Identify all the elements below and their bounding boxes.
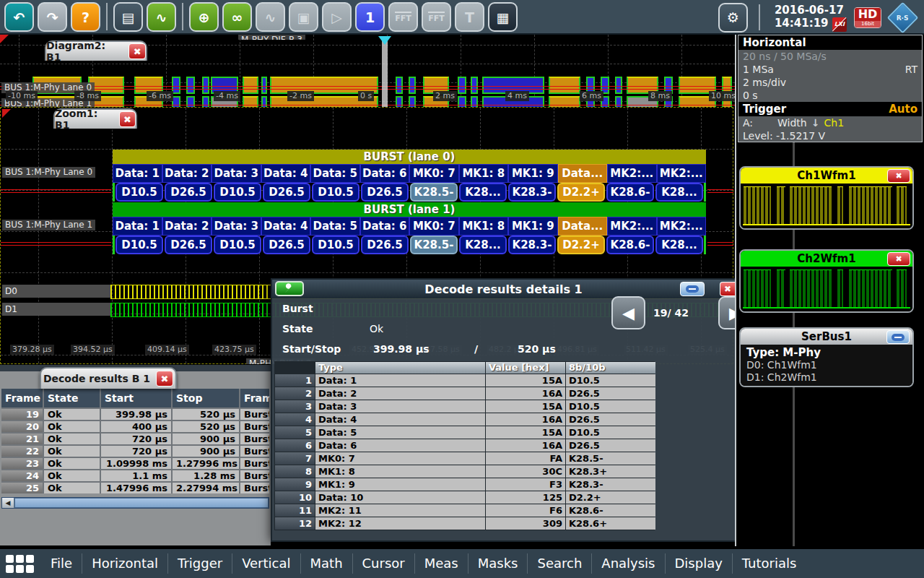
menu-item-analysis[interactable]: Analysis — [591, 553, 664, 574]
burst-cell-value[interactable]: D10.5 — [312, 236, 359, 254]
hd-mode-badge[interactable]: HD 16bit — [854, 7, 881, 28]
burst-cell-value[interactable]: K28... — [459, 183, 507, 202]
serbus1-minimize-button[interactable] — [886, 330, 910, 344]
scroll-left-icon[interactable]: ◀ — [2, 498, 14, 508]
details-row-code[interactable]: D10.5 — [566, 400, 655, 413]
details-row-index[interactable]: 5 — [275, 426, 315, 439]
burst-cell-value[interactable]: D2.2+ — [557, 183, 605, 202]
burst-cell-value[interactable]: K28... — [655, 236, 703, 254]
burst-cell-label[interactable]: MK2:... — [657, 164, 707, 183]
details-dialog-header[interactable]: Decode results details 1 ✖ — [272, 280, 735, 298]
tab-diagram2[interactable]: Diagram2: B1 ✖ — [45, 40, 147, 61]
zoom1-close-icon[interactable]: ✖ — [119, 111, 136, 127]
probe-adjust-button[interactable]: ∿ — [147, 2, 176, 32]
burst-cell-label[interactable]: Data: 2 — [162, 164, 212, 183]
burst-cell-label[interactable]: Data: 4 — [261, 164, 311, 183]
burst-cell-value[interactable]: K28.6- — [606, 183, 654, 202]
details-row-hex[interactable]: FA — [486, 452, 565, 465]
results-row-state[interactable]: Ok — [44, 483, 100, 493]
details-row-code[interactable]: D10.5 — [566, 426, 655, 439]
results-row-start[interactable]: 399.98 µs — [101, 409, 171, 420]
burst-cell-value[interactable]: D26.5 — [263, 183, 310, 202]
menu-item-search[interactable]: Search — [527, 553, 591, 574]
fft-tool-button[interactable]: FFT — [388, 2, 418, 32]
details-row-code[interactable]: D2.2+ — [566, 491, 655, 504]
details-row-code[interactable]: D26.5 — [566, 439, 655, 452]
burst-cell-value[interactable]: D26.5 — [165, 183, 212, 202]
results-row-type[interactable]: Burst — [240, 421, 269, 432]
details-row-code[interactable]: D26.5 — [566, 387, 655, 400]
details-row-index[interactable]: 3 — [275, 400, 315, 413]
details-row-index[interactable]: 10 — [275, 491, 315, 504]
burst-cell-label[interactable]: Data: 1 — [113, 164, 162, 183]
results-row-stop[interactable]: 900 µs — [173, 434, 239, 444]
details-row-index[interactable]: 6 — [275, 439, 315, 452]
results-row-stop[interactable]: 1.27996 ms — [173, 458, 239, 469]
details-row-hex[interactable]: 15A — [486, 400, 565, 413]
burst-cell-label[interactable]: Data... — [558, 217, 608, 236]
ch2wfm1-box[interactable]: Ch2Wfm1 ✖ — [739, 249, 914, 313]
burst-cell-label[interactable]: Data: 3 — [212, 164, 261, 183]
results-row-frame[interactable]: 19 — [1, 409, 43, 420]
reference-tool-button[interactable]: ▷ — [322, 2, 352, 32]
menu-item-trigger[interactable]: Trigger — [167, 553, 232, 574]
results-row-state[interactable]: Ok — [44, 434, 100, 444]
burst-cell-value[interactable]: D10.5 — [214, 236, 261, 254]
open-file-button[interactable]: ▤ — [113, 2, 143, 32]
details-row-code[interactable]: K28.6- — [566, 504, 655, 517]
details-row-hex[interactable]: 30C — [486, 465, 565, 478]
burst-cell-value[interactable]: K28... — [655, 183, 703, 202]
details-row-index[interactable]: 11 — [275, 504, 315, 517]
burst-cell-label[interactable]: Data: 2 — [162, 217, 212, 236]
results-row-state[interactable]: Ok — [44, 446, 100, 457]
bus0-frame-block[interactable] — [243, 77, 258, 94]
serbus1-box[interactable]: SerBus1 Type: M-Phy D0: Ch1Wfm1 D1: Ch2W… — [739, 327, 914, 387]
decode-results-table[interactable]: FrameStateStartStopFrame19Ok399.98 µs520… — [1, 389, 269, 495]
details-row-index[interactable]: 12 — [275, 517, 315, 530]
details-row-type[interactable]: MK2: 11 — [315, 504, 485, 517]
details-row-hex[interactable]: F3 — [486, 478, 565, 491]
meter-tool-button[interactable]: 1 — [355, 2, 385, 32]
ch2wfm1-close-icon[interactable]: ✖ — [887, 252, 910, 266]
results-row-type[interactable]: Burst — [240, 458, 269, 469]
burst-cell-label[interactable]: Data: 1 — [113, 217, 162, 236]
bus0-frame-block[interactable] — [409, 77, 416, 94]
bus0-frame-block[interactable] — [186, 77, 195, 94]
zoom-region-indicator[interactable] — [382, 36, 388, 107]
burst-cell-value[interactable]: K28.5- — [410, 236, 458, 254]
details-row-hex[interactable]: 16A — [486, 413, 565, 426]
burst-lane0-decode[interactable]: BURST (lane 0)Data: 1Data: 2Data: 3Data:… — [113, 150, 706, 202]
burst-cell-value[interactable]: D10.5 — [116, 183, 163, 202]
details-row-index[interactable]: 1 — [275, 374, 315, 387]
menu-item-horizontal[interactable]: Horizontal — [82, 553, 167, 574]
bus0-frame-block[interactable] — [549, 77, 580, 94]
details-row-hex[interactable]: 15A — [486, 374, 565, 387]
results-row-start[interactable]: 1.09998 ms — [101, 458, 171, 469]
tab-decode-results[interactable]: Decode results B 1 ✖ — [40, 367, 177, 389]
burst-cell-value[interactable]: D26.5 — [361, 236, 409, 254]
details-row-code[interactable]: K28.3- — [566, 478, 655, 491]
burst-cell-label[interactable]: MK0: 7 — [409, 217, 459, 236]
mask-test-tool-button[interactable]: T — [455, 2, 484, 32]
burst-cell-value[interactable]: D26.5 — [165, 236, 212, 254]
tab-zoom1[interactable]: Zoom1: B1 ✖ — [53, 108, 137, 129]
results-row-start[interactable]: 720 µs — [101, 434, 171, 444]
results-row-start[interactable]: 400 µs — [101, 421, 171, 432]
details-row-index[interactable]: 4 — [275, 413, 315, 426]
menu-item-math[interactable]: Math — [300, 553, 352, 574]
details-row-type[interactable]: Data: 2 — [315, 387, 485, 400]
bus0-frame-block[interactable] — [261, 77, 267, 94]
results-row-stop[interactable]: 520 µs — [173, 409, 239, 420]
burst-cell-label[interactable]: MK2:... — [607, 217, 657, 236]
burst-cell-value[interactable]: D26.5 — [263, 236, 310, 254]
details-row-type[interactable]: MK0: 7 — [315, 452, 485, 465]
datetime-display[interactable]: 2016-06-17 14:41:19 LXI — [775, 4, 847, 32]
burst-cell-label[interactable]: MK1: 9 — [508, 164, 558, 183]
menu-item-meas[interactable]: Meas — [414, 553, 468, 574]
delete-tool-button[interactable]: ▦ — [488, 2, 518, 32]
burst-cell-label[interactable]: Data... — [558, 164, 608, 183]
redo-button[interactable]: ↷ — [38, 2, 67, 32]
undo-button[interactable]: ↶ — [4, 2, 34, 32]
details-row-code[interactable]: K28.5- — [566, 452, 655, 465]
details-row-code[interactable]: D10.5 — [566, 374, 655, 387]
